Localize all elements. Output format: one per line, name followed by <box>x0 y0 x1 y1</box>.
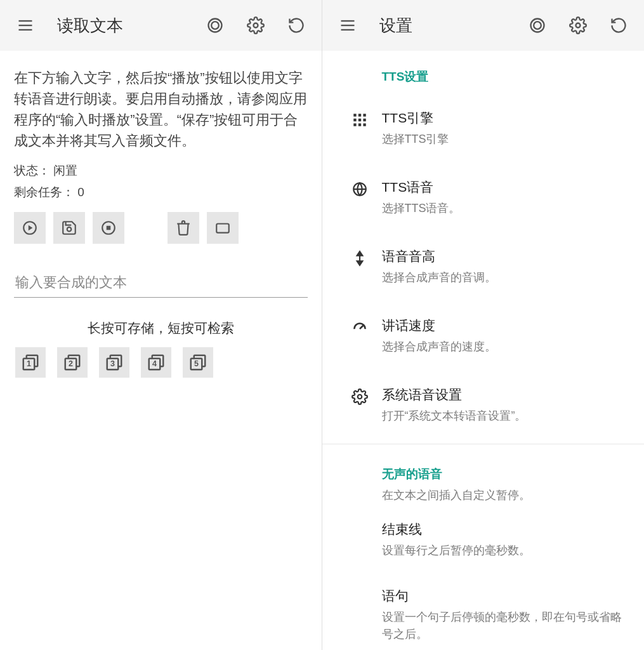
remaining-label: 剩余任务： <box>14 185 74 199</box>
delete-button[interactable] <box>168 212 199 244</box>
setting-sentence[interactable]: 语句 设置一个句子后停顿的毫秒数，即在句号或省略号之后。 <box>322 573 645 650</box>
setting-desc: 设置每行之后暂停的毫秒数。 <box>382 542 629 559</box>
appbar-right: 设置 <box>322 0 645 51</box>
setting-desc: 选择合成声音的音调。 <box>382 269 629 286</box>
setting-title: 结束线 <box>382 521 629 538</box>
svg-rect-37 <box>358 119 360 121</box>
svg-marker-45 <box>357 251 362 256</box>
section-header-silent: 无声的语音 <box>322 448 645 486</box>
svg-point-31 <box>534 22 541 29</box>
svg-text:2: 2 <box>69 359 73 368</box>
page-title-left: 读取文本 <box>57 15 123 37</box>
svg-text:3: 3 <box>110 359 115 368</box>
undo-icon[interactable] <box>601 8 636 43</box>
slot-5-button[interactable]: 5 <box>183 347 213 378</box>
status-line: 状态： 闲置 <box>14 162 308 179</box>
memory-slots: 1 2 3 4 5 <box>14 347 308 378</box>
speed-icon <box>338 317 382 336</box>
setting-pitch[interactable]: 语音音高 选择合成声音的音调。 <box>322 232 645 302</box>
svg-rect-39 <box>353 123 356 126</box>
svg-point-32 <box>576 23 581 28</box>
gear-icon <box>338 386 382 405</box>
setting-system-tts[interactable]: 系统语音设置 打开“系统文本转语音设置”。 <box>322 371 645 440</box>
play-button[interactable] <box>14 212 46 244</box>
setting-desc: 设置一个句子后停顿的毫秒数，即在句号或省略号之后。 <box>382 609 629 643</box>
slot-4-button[interactable]: 4 <box>141 347 171 378</box>
setting-title: 讲话速度 <box>382 317 629 335</box>
setting-tts-engine[interactable]: TTS引擎 选择TTS引擎 <box>322 94 645 163</box>
svg-point-4 <box>211 22 219 29</box>
undo-icon[interactable] <box>279 8 314 43</box>
page-title-right: 设置 <box>379 15 412 37</box>
svg-rect-34 <box>358 114 360 116</box>
svg-line-47 <box>360 326 363 329</box>
instructions-text: 在下方输入文字，然后按“播放”按钮以使用文字转语音进行朗读。要启用自动播放，请参… <box>14 67 308 151</box>
divider <box>322 444 645 444</box>
setting-title: TTS语音 <box>382 178 629 196</box>
grid-icon <box>338 109 382 128</box>
menu-icon[interactable] <box>330 8 365 43</box>
globe-icon <box>338 178 382 197</box>
setting-desc: 选择TTS语音。 <box>382 200 629 217</box>
info-icon[interactable] <box>520 8 555 43</box>
settings-gear-icon[interactable] <box>238 8 273 43</box>
setting-end-of-line[interactable]: 结束线 设置每行之后暂停的毫秒数。 <box>322 507 645 573</box>
status-label: 状态： <box>14 164 50 177</box>
svg-rect-36 <box>353 119 356 121</box>
setting-title: TTS引擎 <box>382 109 629 127</box>
remaining-value: 0 <box>77 185 84 199</box>
save-button[interactable] <box>53 212 85 244</box>
setting-tts-voice[interactable]: TTS语音 选择TTS语音。 <box>322 163 645 232</box>
slot-2-button[interactable]: 2 <box>57 347 88 378</box>
svg-rect-10 <box>107 226 111 230</box>
svg-rect-40 <box>358 123 360 126</box>
slots-hint: 长按可存储，短按可检索 <box>14 319 308 337</box>
svg-point-8 <box>67 227 72 232</box>
status-value: 闲置 <box>53 164 77 177</box>
svg-marker-7 <box>29 225 33 231</box>
svg-rect-35 <box>363 114 365 116</box>
stop-button[interactable] <box>93 212 124 244</box>
setting-desc: 打开“系统文本转语音设置”。 <box>382 408 629 425</box>
svg-point-48 <box>357 395 362 399</box>
svg-text:1: 1 <box>27 359 31 368</box>
info-icon[interactable] <box>197 8 233 43</box>
svg-rect-38 <box>363 119 365 121</box>
settings-list: TTS设置 TTS引擎 选择TTS引擎 TTS语音 选择TTS语音。 <box>322 51 645 650</box>
setting-desc: 选择TTS引擎 <box>382 131 629 148</box>
menu-icon[interactable] <box>8 8 43 43</box>
setting-title: 系统语音设置 <box>382 386 629 404</box>
svg-rect-33 <box>353 114 356 116</box>
svg-text:5: 5 <box>194 359 199 368</box>
slot-3-button[interactable]: 3 <box>99 347 129 378</box>
read-text-screen: 读取文本 在下方输入文字，然后按“播放”按钮以使用文字转语音进行朗读。要启用自动… <box>0 0 322 650</box>
setting-title: 语音音高 <box>382 248 629 265</box>
synthesize-text-input[interactable] <box>14 263 308 298</box>
remaining-line: 剩余任务： 0 <box>14 184 308 201</box>
action-toolbar <box>14 212 308 244</box>
settings-gear-icon[interactable] <box>560 8 596 43</box>
section-header-silent-desc: 在文本之间插入自定义暂停。 <box>322 486 645 507</box>
open-folder-button[interactable] <box>207 212 239 244</box>
settings-screen: 设置 TTS设置 TTS引擎 选择TTS引擎 T <box>322 0 645 650</box>
svg-text:4: 4 <box>152 359 157 368</box>
setting-title: 语句 <box>382 587 629 605</box>
slot-1-button[interactable]: 1 <box>15 347 46 378</box>
pitch-arrow-icon <box>338 248 382 267</box>
setting-speed[interactable]: 讲话速度 选择合成声音的速度。 <box>322 302 645 371</box>
section-header-tts: TTS设置 <box>322 51 645 94</box>
svg-marker-46 <box>357 261 362 265</box>
svg-rect-41 <box>363 123 365 126</box>
left-content: 在下方输入文字，然后按“播放”按钮以使用文字转语音进行朗读。要启用自动播放，请参… <box>0 51 322 394</box>
svg-point-3 <box>208 19 221 32</box>
setting-desc: 选择合成声音的速度。 <box>382 338 629 355</box>
svg-point-5 <box>253 23 258 28</box>
svg-point-30 <box>531 19 544 32</box>
svg-rect-11 <box>216 224 229 233</box>
appbar-left: 读取文本 <box>0 0 322 51</box>
